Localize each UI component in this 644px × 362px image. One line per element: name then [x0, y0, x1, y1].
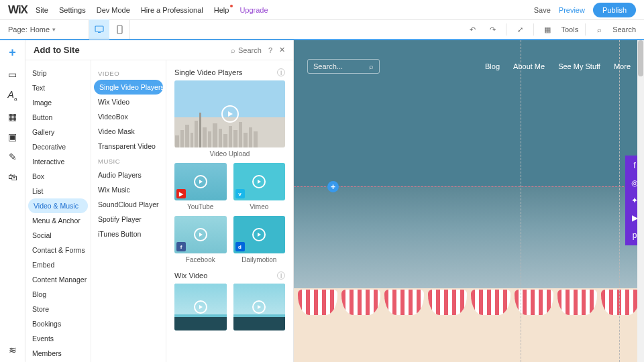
main-area: + ▭ Aa ▦ ▣ ✎ 🛍 ≋ Add to Site ⌕Search ? ✕… — [0, 40, 644, 362]
category-bookings[interactable]: Bookings — [25, 316, 91, 331]
nav-stuff[interactable]: See My Stuff — [558, 62, 600, 70]
category-button[interactable]: Button — [25, 110, 91, 125]
preview-button[interactable]: Preview — [559, 6, 585, 14]
category-social[interactable]: Social — [25, 228, 91, 243]
menu-upgrade[interactable]: Upgrade — [239, 6, 268, 14]
video-upload-thumb[interactable] — [174, 80, 285, 147]
canvas-scrollbar[interactable] — [637, 40, 644, 362]
category-embed[interactable]: Embed — [25, 257, 91, 272]
youtube-thumb[interactable]: ▶ — [174, 163, 227, 200]
tools-button[interactable]: Tools — [561, 25, 578, 34]
category-box[interactable]: Box — [25, 169, 91, 184]
svg-rect-2 — [117, 25, 122, 34]
category-gallery[interactable]: Gallery — [25, 125, 91, 139]
wixvideo-thumb-2[interactable] — [233, 284, 286, 330]
nav-more[interactable]: More — [614, 62, 631, 70]
subcat-wix-video[interactable]: Wix Video — [91, 95, 166, 109]
category-text[interactable]: Text — [25, 80, 91, 95]
top-menu: Site Settings Dev Mode Hire a Profession… — [36, 6, 268, 14]
subcat-videobox[interactable]: VideoBox — [91, 109, 166, 124]
section-title: Single Video Players — [174, 68, 242, 76]
vimeo-thumb[interactable]: v — [233, 163, 286, 200]
category-members[interactable]: Members — [25, 346, 91, 361]
section-divider[interactable] — [294, 186, 644, 187]
category-strip[interactable]: Strip — [25, 66, 91, 80]
subcat-soundcloud-player[interactable]: SoundCloud Player — [91, 197, 166, 212]
subcat-transparent-video[interactable]: Transparent Video — [91, 139, 166, 154]
desktop-view-button[interactable] — [89, 19, 109, 40]
wix-logo[interactable]: WiX — [8, 3, 28, 17]
menu-help[interactable]: Help — [214, 6, 229, 14]
category-decorative[interactable]: Decorative — [25, 139, 91, 154]
play-icon — [252, 228, 266, 241]
site-search-input[interactable]: Search...⌕ — [307, 59, 380, 74]
subcat-wix-music[interactable]: Wix Music — [91, 182, 166, 197]
page-selector[interactable]: Page: Home ▾ — [8, 25, 82, 34]
help-icon[interactable]: ? — [268, 46, 272, 54]
scrollbar-thumb[interactable] — [638, 40, 643, 76]
info-icon[interactable]: i — [277, 68, 285, 76]
blog-icon[interactable]: ✎ — [9, 152, 17, 162]
subcat-audio-players[interactable]: Audio Players — [91, 168, 166, 182]
media-icon[interactable]: ▣ — [8, 131, 17, 142]
info-icon[interactable]: i — [277, 272, 285, 280]
tools-icon: ▦ — [541, 25, 554, 34]
page-label: Page: — [8, 25, 28, 34]
youtube-caption: YouTube — [174, 203, 227, 210]
design-icon[interactable]: Aa — [8, 89, 17, 102]
dailymotion-thumb[interactable]: d — [233, 216, 286, 253]
close-icon[interactable]: ✕ — [279, 46, 285, 54]
category-image[interactable]: Image — [25, 95, 91, 110]
play-icon — [194, 175, 207, 188]
subcat-single-video-players[interactable]: Single Video Players — [94, 80, 163, 95]
add-section-button[interactable]: + — [327, 181, 339, 192]
mobile-view-button[interactable] — [109, 19, 129, 40]
subbar-right: ↶ ↷ ⤢ ▦ Tools ⌕ Search — [466, 23, 636, 36]
facebook-thumb[interactable]: f — [174, 216, 227, 253]
panel-title: Add to Site — [34, 45, 80, 55]
section-title-wixvideo: Wix Video — [174, 272, 207, 280]
undo-button[interactable]: ↶ — [466, 25, 479, 34]
guide-line-left — [521, 40, 521, 362]
facebook-icon[interactable]: f — [633, 161, 635, 170]
publish-button[interactable]: Publish — [593, 3, 636, 17]
top-right: Save Preview Publish — [534, 3, 636, 17]
category-contact-forms[interactable]: Contact & Forms — [25, 243, 91, 257]
category-content-manager[interactable]: Content Manager — [25, 272, 91, 287]
category-events[interactable]: Events — [25, 331, 91, 346]
menu-site[interactable]: Site — [36, 6, 48, 14]
category-interactive[interactable]: Interactive — [25, 154, 91, 169]
search-button[interactable]: Search — [612, 25, 636, 34]
layers-icon[interactable]: ≋ — [9, 345, 17, 355]
panel-search[interactable]: ⌕Search — [231, 46, 262, 54]
store-icon[interactable]: 🛍 — [8, 172, 17, 182]
menu-dev-mode[interactable]: Dev Mode — [97, 6, 130, 14]
nav-about[interactable]: About Me — [513, 62, 545, 70]
pages-icon[interactable]: ▭ — [8, 69, 17, 80]
save-button[interactable]: Save — [534, 6, 551, 14]
category-list[interactable]: List — [25, 184, 91, 198]
subcat-spotify-player[interactable]: Spotify Player — [91, 212, 166, 227]
menu-settings[interactable]: Settings — [59, 6, 86, 14]
nav-blog[interactable]: Blog — [485, 62, 500, 70]
dailymotion-icon: d — [235, 242, 245, 251]
search-icon: ⌕ — [369, 62, 374, 70]
category-blog[interactable]: Blog — [25, 287, 91, 302]
umbrella-row — [294, 290, 644, 318]
wixvideo-thumb-1[interactable] — [174, 284, 227, 330]
site-nav: Blog About Me See My Stuff More — [485, 62, 631, 70]
category-video-music[interactable]: Video & Music — [28, 198, 88, 213]
zoom-out-button[interactable]: ⤢ — [513, 25, 527, 34]
redo-button[interactable]: ↷ — [486, 25, 499, 34]
dailymotion-caption: Dailymotion — [233, 256, 286, 263]
apps-icon[interactable]: ▦ — [8, 111, 17, 122]
canvas-bg-ocean — [294, 186, 644, 288]
menu-hire[interactable]: Hire a Professional — [141, 6, 203, 14]
pinterest-icon[interactable]: p — [633, 231, 637, 240]
category-store[interactable]: Store — [25, 302, 91, 316]
subcat-video-mask[interactable]: Video Mask — [91, 124, 166, 139]
add-button[interactable]: + — [9, 46, 16, 60]
editor-canvas[interactable]: + Search...⌕ Blog About Me See My Stuff … — [294, 40, 644, 362]
subcat-itunes-button[interactable]: iTunes Button — [91, 227, 166, 241]
category-menu-anchor[interactable]: Menu & Anchor — [25, 213, 91, 228]
